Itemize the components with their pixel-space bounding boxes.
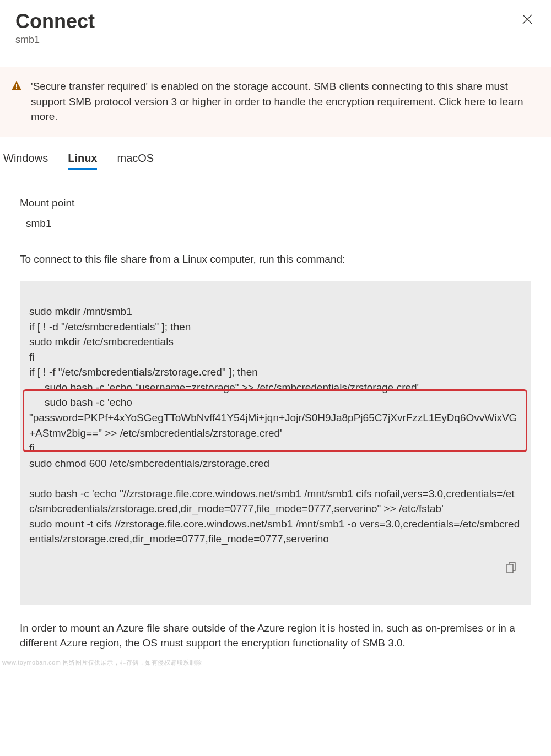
code-line: "password=PKPf+4xYoSGegTToWbNvff41Y54jMi… bbox=[29, 412, 517, 439]
page-subtitle: smb1 bbox=[15, 34, 95, 46]
watermark-text: www.toymoban.com 网络图片仅供展示，非存储，如有侵权请联系删除 bbox=[0, 651, 551, 669]
page-title: Connect bbox=[15, 10, 95, 33]
footer-note: In order to mount an Azure file share ou… bbox=[20, 621, 531, 651]
code-line: sudo bash -c 'echo bbox=[29, 395, 522, 410]
close-icon bbox=[522, 12, 532, 27]
svg-rect-1 bbox=[16, 88, 17, 89]
tab-linux[interactable]: Linux bbox=[68, 152, 97, 170]
instruction-text: To connect to this file share from a Lin… bbox=[20, 253, 531, 265]
code-line: fi bbox=[29, 351, 35, 363]
svg-rect-2 bbox=[507, 564, 513, 573]
blade-header: Connect smb1 bbox=[0, 0, 551, 46]
code-line: if [ ! -f "/etc/smbcredentials/zrstorage… bbox=[29, 366, 258, 378]
content-area: Mount point To connect to this file shar… bbox=[0, 197, 551, 651]
close-button[interactable] bbox=[519, 10, 536, 30]
os-tabs: Windows Linux macOS bbox=[0, 137, 551, 170]
copy-icon bbox=[506, 554, 523, 590]
code-line: sudo chmod 600 /etc/smbcredentials/zrsto… bbox=[29, 458, 269, 469]
mount-point-label: Mount point bbox=[20, 197, 531, 209]
title-block: Connect smb1 bbox=[15, 10, 95, 46]
code-line: sudo mkdir /etc/smbcredentials bbox=[29, 336, 174, 347]
code-line: sudo mount -t cifs //zrstorage.file.core… bbox=[29, 518, 520, 545]
code-line: fi bbox=[29, 442, 35, 454]
warning-banner[interactable]: 'Secure transfer required' is enabled on… bbox=[0, 67, 551, 137]
warning-icon bbox=[11, 80, 22, 91]
copy-button[interactable] bbox=[504, 535, 525, 600]
code-line: sudo mkdir /mnt/smb1 bbox=[29, 306, 132, 317]
code-line: sudo bash -c 'echo "//zrstorage.file.cor… bbox=[29, 488, 515, 515]
code-line: sudo bash -c 'echo "username=zrstorage" … bbox=[29, 380, 522, 395]
svg-rect-0 bbox=[16, 84, 17, 88]
tab-macos[interactable]: macOS bbox=[117, 152, 154, 170]
command-script[interactable]: sudo mkdir /mnt/smb1 if [ ! -d "/etc/smb… bbox=[20, 281, 531, 605]
mount-point-input[interactable] bbox=[20, 214, 531, 233]
tab-windows[interactable]: Windows bbox=[3, 152, 48, 170]
code-line: if [ ! -d "/etc/smbcredentials" ]; then bbox=[29, 321, 191, 333]
warning-text: 'Secure transfer required' is enabled on… bbox=[31, 79, 536, 124]
